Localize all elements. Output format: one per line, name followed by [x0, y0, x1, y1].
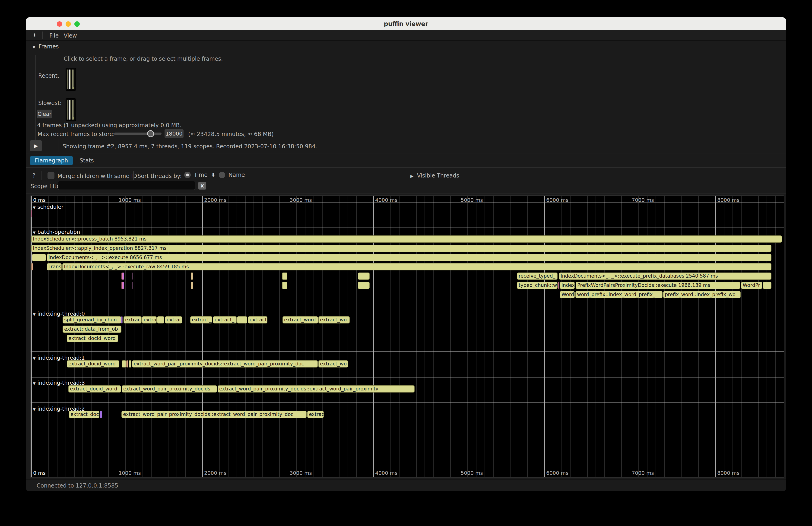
- sort-threads-label: Sort threads by:: [137, 173, 182, 179]
- clear-filter-button[interactable]: x: [198, 182, 206, 190]
- flame-bar[interactable]: [558, 282, 560, 289]
- flame-bar[interactable]: [191, 273, 193, 280]
- showing-frame-text: Showing frame #2, 8957.4 ms, 7 threads, …: [62, 143, 317, 150]
- help-button[interactable]: ?: [32, 172, 35, 179]
- tab-stats[interactable]: Stats: [75, 156, 99, 165]
- flame-bar[interactable]: [122, 360, 126, 367]
- axis-tick-label: 3000 ms: [290, 470, 312, 476]
- flame-bar[interactable]: [191, 282, 193, 289]
- flame-bar[interactable]: extract_word_pair_proximity_docids::extr…: [121, 411, 307, 418]
- flame-bar[interactable]: Word: [560, 291, 575, 298]
- flame-bar[interactable]: extract: [248, 316, 267, 323]
- flame-bar[interactable]: extract_: [213, 316, 236, 323]
- slowest-frames-thumbnail[interactable]: [66, 98, 76, 121]
- frames-section-header[interactable]: ▼ Frames: [32, 43, 59, 50]
- flame-bar[interactable]: extract_wo: [318, 316, 350, 323]
- flame-bar[interactable]: Trans: [47, 263, 62, 271]
- max-frames-value[interactable]: 18000: [164, 129, 184, 138]
- menu-item-view[interactable]: View: [64, 32, 77, 39]
- collapse-triangle-icon: ▼: [33, 312, 36, 317]
- sort-radio-name[interactable]: [219, 172, 225, 178]
- axis-tick-label: 5000 ms: [461, 470, 483, 476]
- flame-bar[interactable]: IndexDocuments<_, _>::execute_raw 8459.1…: [62, 263, 771, 271]
- theme-toggle-sun-icon[interactable]: ☀: [32, 32, 37, 39]
- collapse-triangle-icon: ▼: [33, 407, 36, 411]
- flame-bar[interactable]: [31, 263, 33, 271]
- thread-header-indexing-thread:0[interactable]: ▼indexing-thread:0: [33, 311, 85, 317]
- flame-bar[interactable]: extra: [142, 316, 157, 323]
- flame-bar[interactable]: extract::data_from_ob: [62, 325, 121, 333]
- flame-bar[interactable]: split_grenad_by_chun: [62, 316, 121, 323]
- flame-bar[interactable]: IndexDocuments<_, _>::execute 8656.677 m…: [47, 254, 771, 261]
- sort-options: Time⬇Name: [184, 172, 245, 178]
- flame-bar[interactable]: extract_doc: [69, 411, 99, 418]
- flame-bar[interactable]: [121, 273, 123, 280]
- flame-bar[interactable]: [121, 282, 123, 289]
- flame-bar[interactable]: WordPr: [741, 282, 762, 289]
- flame-bar[interactable]: index: [560, 282, 575, 289]
- flame-bar[interactable]: extrac: [307, 411, 324, 418]
- merge-children-checkbox[interactable]: [47, 172, 55, 179]
- axis-tick-label: 0 ms: [33, 197, 46, 203]
- flame-bar[interactable]: IndexScheduler>::apply_index_operation 8…: [31, 245, 771, 252]
- flame-bar[interactable]: IndexScheduler>::process_batch 8953.821 …: [31, 235, 782, 243]
- frame-bar: [70, 100, 71, 120]
- flame-bar[interactable]: [358, 273, 369, 280]
- thread-separator: [31, 402, 784, 403]
- flame-bar[interactable]: extrac: [165, 316, 182, 323]
- flame-bar[interactable]: IndexDocuments<_, _>::execute_prefix_dat…: [559, 273, 771, 280]
- flame-bar[interactable]: [132, 282, 133, 289]
- flame-bar[interactable]: [237, 316, 247, 323]
- flame-bar[interactable]: [121, 316, 122, 323]
- merge-children-label: Merge children with same ID: [57, 173, 137, 179]
- thread-header-batch-operation[interactable]: ▼batch-operation: [33, 229, 80, 235]
- flame-bar[interactable]: [132, 273, 133, 280]
- flame-bar[interactable]: [358, 282, 369, 289]
- flame-bar[interactable]: [126, 360, 128, 367]
- thread-header-indexing-thread:1[interactable]: ▼indexing-thread:1: [33, 355, 85, 361]
- visible-threads-header[interactable]: ▶ Visible Threads: [410, 172, 459, 179]
- flame-bar[interactable]: extract_docid_word: [68, 385, 121, 393]
- flame-bar[interactable]: extract_word_pair_proximity_docids::extr…: [132, 360, 318, 367]
- flame-bar[interactable]: extract_word_pair_proximity_docids::extr…: [218, 385, 415, 393]
- flame-bar[interactable]: [123, 282, 124, 289]
- sort-radio-time[interactable]: [184, 172, 191, 178]
- flame-bar[interactable]: extract_word_pair_proximity_docids: [122, 385, 217, 393]
- collapse-triangle-icon: ▼: [33, 381, 36, 385]
- play-button[interactable]: ▶: [30, 140, 42, 151]
- flame-bar[interactable]: extract_docid_word: [67, 360, 119, 367]
- flame-bar[interactable]: prefix_word::index_prefix_wo: [663, 291, 741, 298]
- clear-frames-button[interactable]: Clear: [37, 109, 52, 118]
- flame-bar[interactable]: [157, 316, 164, 323]
- flame-bar[interactable]: [282, 273, 287, 280]
- flame-bar[interactable]: receive_typed_: [517, 273, 557, 280]
- flame-bar[interactable]: extract_: [190, 316, 212, 323]
- flamegraph-canvas[interactable]: 0 ms0 ms1000 ms1000 ms2000 ms2000 ms3000…: [30, 195, 784, 478]
- flame-bar[interactable]: [282, 282, 287, 289]
- menu-item-file[interactable]: File: [49, 32, 59, 39]
- flame-bar[interactable]: [31, 210, 32, 217]
- flame-bar[interactable]: [100, 411, 102, 418]
- flame-bar[interactable]: typed_chunk::w: [517, 282, 557, 289]
- thread-header-indexing-thread:3[interactable]: ▼indexing-thread:3: [33, 380, 85, 386]
- flame-bar[interactable]: [32, 254, 46, 261]
- flame-bar[interactable]: extract_docid_word: [67, 335, 118, 342]
- tab-bar: FlamegraphStats: [30, 156, 99, 165]
- tab-flamegraph[interactable]: Flamegraph: [30, 156, 73, 165]
- flame-bar[interactable]: [129, 360, 131, 367]
- flame-bar[interactable]: word_prefix::index_word_prefix_: [576, 291, 663, 298]
- flame-bar[interactable]: [123, 273, 124, 280]
- flame-bar[interactable]: extract_wo: [318, 360, 348, 367]
- recent-frames-thumbnail[interactable]: [66, 68, 76, 91]
- thread-header-scheduler[interactable]: ▼scheduler: [33, 204, 63, 210]
- flame-bar[interactable]: extract: [124, 316, 142, 323]
- separator: [26, 167, 786, 168]
- app-window: puffin viewer ☀ FileView ▼ Frames Click …: [26, 17, 786, 491]
- flame-bar[interactable]: extract_word: [282, 316, 318, 323]
- flame-bar[interactable]: PrefixWordPairsProximityDocids::execute …: [576, 282, 740, 289]
- flame-bar[interactable]: [763, 282, 771, 289]
- controls-divider: [41, 171, 42, 180]
- max-frames-slider-knob[interactable]: [147, 130, 154, 137]
- max-frames-slider-track[interactable]: [114, 133, 161, 135]
- scope-filter-input[interactable]: [58, 181, 195, 190]
